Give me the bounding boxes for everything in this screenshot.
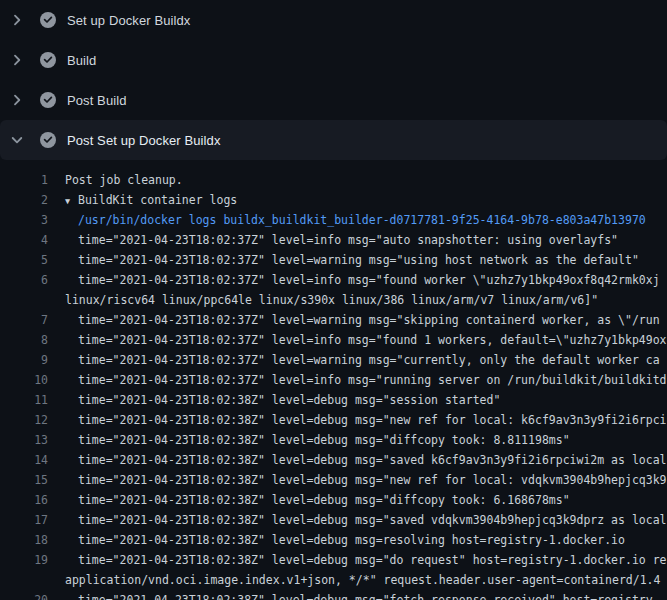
line-number[interactable]: 2	[0, 190, 48, 210]
log-line: 12time="2021-04-23T18:02:38Z" level=debu…	[0, 410, 667, 430]
log-line: 18time="2021-04-23T18:02:38Z" level=debu…	[0, 530, 667, 550]
line-number[interactable]: 8	[0, 330, 48, 350]
command-text: /usr/bin/docker logs buildx_buildkit_bui…	[48, 210, 667, 230]
log-line: 10time="2021-04-23T18:02:37Z" level=info…	[0, 370, 667, 390]
step-list: Set up Docker BuildxBuildPost BuildPost …	[0, 0, 667, 160]
log-line: 14time="2021-04-23T18:02:38Z" level=debu…	[0, 450, 667, 470]
log-line: 1Post job cleanup.	[0, 170, 667, 190]
log-text: time="2021-04-23T18:02:37Z" level=info m…	[48, 230, 667, 250]
check-circle-icon	[40, 132, 56, 148]
line-number[interactable]: 9	[0, 350, 48, 370]
log-line: application/vnd.oci.image.index.v1+json,…	[0, 570, 667, 590]
chevron-right-icon	[9, 52, 25, 68]
line-number	[0, 570, 48, 590]
log-text: time="2021-04-23T18:02:37Z" level=warnin…	[48, 250, 667, 270]
log-line: 11time="2021-04-23T18:02:38Z" level=debu…	[0, 390, 667, 410]
check-circle-icon	[40, 92, 56, 108]
log-line: 20time="2021-04-23T18:02:38Z" level=debu…	[0, 590, 667, 600]
log-line: 16time="2021-04-23T18:02:38Z" level=debu…	[0, 490, 667, 510]
log-line: 7time="2021-04-23T18:02:37Z" level=warni…	[0, 310, 667, 330]
line-number[interactable]: 14	[0, 450, 48, 470]
chevron-right-icon	[9, 92, 25, 108]
line-number[interactable]: 19	[0, 550, 48, 570]
log-line: 15time="2021-04-23T18:02:38Z" level=debu…	[0, 470, 667, 490]
log-text: linux/riscv64 linux/ppc64le linux/s390x …	[48, 290, 667, 310]
log-text: time="2021-04-23T18:02:37Z" level=warnin…	[48, 350, 667, 370]
log-text: time="2021-04-23T18:02:38Z" level=debug …	[48, 390, 667, 410]
log-text: time="2021-04-23T18:02:38Z" level=debug …	[48, 450, 667, 470]
log-text: time="2021-04-23T18:02:38Z" level=debug …	[48, 470, 667, 490]
line-number[interactable]: 5	[0, 250, 48, 270]
group-toggle-text[interactable]: ▼BuildKit container logs	[48, 190, 667, 210]
log-text: time="2021-04-23T18:02:38Z" level=debug …	[48, 430, 667, 450]
check-circle-icon	[40, 12, 56, 28]
log-line: linux/riscv64 linux/ppc64le linux/s390x …	[0, 290, 667, 310]
check-circle-icon	[40, 52, 56, 68]
log-line: 17time="2021-04-23T18:02:38Z" level=debu…	[0, 510, 667, 530]
section-header-post-build[interactable]: Post Build	[0, 80, 667, 120]
line-number[interactable]: 12	[0, 410, 48, 430]
line-number[interactable]: 13	[0, 430, 48, 450]
line-number[interactable]: 7	[0, 310, 48, 330]
line-number	[0, 290, 48, 310]
line-number[interactable]: 18	[0, 530, 48, 550]
line-number[interactable]: 20	[0, 590, 48, 600]
section-header-set-up-docker-buildx[interactable]: Set up Docker Buildx	[0, 0, 667, 40]
line-number[interactable]: 11	[0, 390, 48, 410]
section-header-build[interactable]: Build	[0, 40, 667, 80]
section-label: Build	[67, 53, 96, 68]
log-text: time="2021-04-23T18:02:38Z" level=debug …	[48, 530, 667, 550]
log-text: time="2021-04-23T18:02:37Z" level=info m…	[48, 370, 667, 390]
group-caret-icon[interactable]: ▼	[65, 191, 78, 210]
log-line: 19time="2021-04-23T18:02:38Z" level=debu…	[0, 550, 667, 570]
line-number[interactable]: 6	[0, 270, 48, 290]
line-number[interactable]: 16	[0, 490, 48, 510]
log-text: time="2021-04-23T18:02:37Z" level=info m…	[48, 330, 667, 350]
line-number[interactable]: 10	[0, 370, 48, 390]
section-header-post-set-up-docker-buildx[interactable]: Post Set up Docker Buildx	[0, 120, 667, 160]
log-line: 6time="2021-04-23T18:02:37Z" level=info …	[0, 270, 667, 290]
section-label: Post Build	[67, 93, 127, 108]
log-line: 9time="2021-04-23T18:02:37Z" level=warni…	[0, 350, 667, 370]
log-text: time="2021-04-23T18:02:38Z" level=debug …	[48, 490, 667, 510]
log-line: 8time="2021-04-23T18:02:37Z" level=info …	[0, 330, 667, 350]
log-text: application/vnd.oci.image.index.v1+json,…	[48, 570, 667, 590]
log-line: 2▼BuildKit container logs	[0, 190, 667, 210]
log-text: time="2021-04-23T18:02:38Z" level=debug …	[48, 590, 667, 600]
line-number[interactable]: 17	[0, 510, 48, 530]
group-label[interactable]: BuildKit container logs	[78, 193, 237, 207]
log-line: 13time="2021-04-23T18:02:38Z" level=debu…	[0, 430, 667, 450]
log-text: time="2021-04-23T18:02:38Z" level=debug …	[48, 410, 667, 430]
log-line: 3/usr/bin/docker logs buildx_buildkit_bu…	[0, 210, 667, 230]
line-number[interactable]: 4	[0, 230, 48, 250]
log-line: 5time="2021-04-23T18:02:37Z" level=warni…	[0, 250, 667, 270]
line-number[interactable]: 1	[0, 170, 48, 190]
log-text: time="2021-04-23T18:02:38Z" level=debug …	[48, 550, 667, 570]
log-output: 1Post job cleanup.2▼BuildKit container l…	[0, 160, 667, 600]
log-text: time="2021-04-23T18:02:38Z" level=debug …	[48, 510, 667, 530]
chevron-right-icon	[9, 12, 25, 28]
section-label: Set up Docker Buildx	[67, 13, 190, 28]
section-label: Post Set up Docker Buildx	[67, 133, 221, 148]
log-text: Post job cleanup.	[48, 170, 667, 190]
log-text: time="2021-04-23T18:02:37Z" level=info m…	[48, 270, 667, 290]
line-number[interactable]: 3	[0, 210, 48, 230]
chevron-down-icon	[9, 132, 25, 148]
log-line: 4time="2021-04-23T18:02:37Z" level=info …	[0, 230, 667, 250]
actions-log-viewer: Set up Docker BuildxBuildPost BuildPost …	[0, 0, 667, 600]
log-text: time="2021-04-23T18:02:37Z" level=warnin…	[48, 310, 667, 330]
line-number[interactable]: 15	[0, 470, 48, 490]
